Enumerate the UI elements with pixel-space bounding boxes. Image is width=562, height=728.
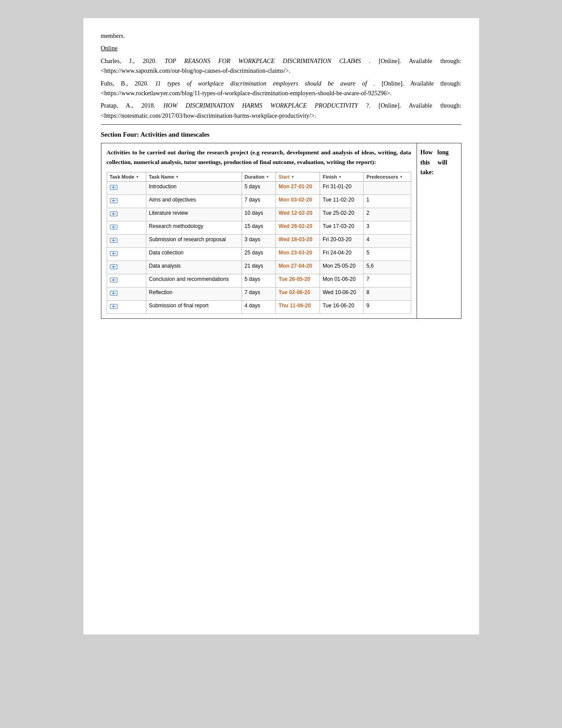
task-predecessors-cell: 2 xyxy=(364,208,411,221)
online-label: Online xyxy=(101,44,462,53)
task-mode-cell xyxy=(107,274,146,287)
task-start-cell: Mon 03-02-20 xyxy=(276,195,320,208)
task-mode-icon xyxy=(110,236,118,244)
task-mode-icon xyxy=(110,302,118,310)
section-four-desc: Activities to be carried out during the … xyxy=(107,148,411,167)
page: members. Online Charles, J., 2020. TOP R… xyxy=(83,18,480,635)
task-start-cell: Tue 26-05-20 xyxy=(276,274,320,287)
task-name-cell: Conclusion and recommendations xyxy=(146,274,242,287)
online-underline: Online xyxy=(101,45,118,52)
task-predecessors-cell: 1 xyxy=(364,195,411,208)
task-mode-cell xyxy=(107,235,146,248)
ref1-title: TOP REASONS FOR WORKPLACE DISCRIMINATION… xyxy=(165,58,361,64)
task-mode-cell xyxy=(107,287,146,301)
task-finish-cell: Mon 01-06-20 xyxy=(320,274,363,287)
task-mode-icon xyxy=(110,289,118,297)
table-row: Submission of final report4 daysThu 11-0… xyxy=(107,301,411,314)
task-duration-cell: 7 days xyxy=(242,287,275,301)
table-row: Submission of research proposal3 daysWed… xyxy=(107,235,411,248)
task-finish-cell: Fri 31-01-20 xyxy=(320,182,363,195)
task-name-cell: Submission of research proposal xyxy=(146,235,242,248)
section-four-heading: Section Four: Activities and timescales xyxy=(101,131,462,138)
task-duration-cell: 3 days xyxy=(242,235,275,248)
task-predecessors-cell: 9 xyxy=(364,301,411,314)
table-row: Aims and objectives7 daysMon 03-02-20Tue… xyxy=(107,195,411,208)
table-header-row: Task Mode ▼ Task Name ▼ xyxy=(107,172,411,182)
task-predecessors-cell: 5 xyxy=(364,248,411,261)
ref2-author: Fuhs, B., 2020. xyxy=(101,80,149,87)
task-predecessors-cell xyxy=(364,182,411,195)
section-four-left: Activities to be carried out during the … xyxy=(101,143,417,318)
task-start-cell: Wed 18-03-20 xyxy=(276,235,320,248)
task-predecessors-cell: 8 xyxy=(364,287,411,301)
task-name-cell: Aims and objectives xyxy=(146,195,242,208)
task-mode-icon xyxy=(110,250,118,258)
section-divider xyxy=(101,124,462,125)
ref3-block: Pratap, A., 2018. HOW DISCRIMINATION HAR… xyxy=(101,101,462,121)
table-row: Conclusion and recommendations5 daysTue … xyxy=(107,274,411,287)
table-row: Reflection7 daysTue 02-06-20Wed 10-06-20… xyxy=(107,287,411,301)
task-mode-cell xyxy=(107,182,146,195)
duration-sort-icon[interactable]: ▼ xyxy=(266,175,269,179)
th-duration: Duration ▼ xyxy=(242,172,275,182)
table-row: Data analysis21 daysMon 27-04-20Mon 25-0… xyxy=(107,261,411,274)
finish-sort-icon[interactable]: ▼ xyxy=(338,175,342,179)
task-name-cell: Data analysis xyxy=(146,261,242,274)
task-predecessors-cell: 5,6 xyxy=(364,261,411,274)
task-mode-icon xyxy=(110,276,118,284)
ref1-author: Charles, J., 2020. xyxy=(101,58,157,64)
table-row: Data collection25 daysMon 23-03-20Fri 24… xyxy=(107,248,411,261)
th-task-mode: Task Mode ▼ xyxy=(107,172,146,182)
ref3-author: Pratap, A., 2018. xyxy=(101,102,156,109)
start-sort-icon[interactable]: ▼ xyxy=(291,175,294,179)
task-name-cell: Data collection xyxy=(146,248,242,261)
ref2-title: 11 types of workplace discrimination emp… xyxy=(155,80,367,87)
table-row: Introduction5 daysMon 27-01-20Fri 31-01-… xyxy=(107,182,411,195)
th-start: Start ▼ xyxy=(276,172,320,182)
ref3-title: HOW DISCRIMINATION HARMS WORKPLACE PRODU… xyxy=(164,102,358,109)
table-row: Research methodology15 daysWed 26-02-20T… xyxy=(107,221,411,235)
predecessors-sort-icon[interactable]: ▼ xyxy=(399,175,403,179)
task-mode-cell xyxy=(107,248,146,261)
task-name-cell: Literature review xyxy=(146,208,242,221)
task-finish-cell: Tue 25-02-20 xyxy=(320,208,363,221)
task-duration-cell: 25 days xyxy=(242,248,275,261)
task-duration-cell: 4 days xyxy=(242,301,275,314)
task-mode-icon xyxy=(110,263,118,271)
task-finish-cell: Mon 25-05-20 xyxy=(320,261,363,274)
th-task-name: Task Name ▼ xyxy=(146,172,242,182)
task-predecessors-cell: 3 xyxy=(364,221,411,235)
task-finish-cell: Tue 17-03-20 xyxy=(320,221,363,235)
how-long-text: How longthis willtake: xyxy=(421,149,449,175)
task-duration-cell: 10 days xyxy=(242,208,275,221)
task-name-cell: Research methodology xyxy=(146,221,242,235)
task-mode-cell xyxy=(107,195,146,208)
task-mode-cell xyxy=(107,301,146,314)
task-mode-icon xyxy=(110,223,118,231)
th-predecessors: Predecessors ▼ xyxy=(364,172,411,182)
task-predecessors-cell: 7 xyxy=(364,274,411,287)
task-name-cell: Introduction xyxy=(146,182,242,195)
task-mode-cell xyxy=(107,208,146,221)
task-duration-cell: 7 days xyxy=(242,195,275,208)
task-mode-icon xyxy=(110,210,118,218)
task-mode-icon xyxy=(110,197,118,205)
task-duration-cell: 5 days xyxy=(242,274,275,287)
ref1-block: Charles, J., 2020. TOP REASONS FOR WORKP… xyxy=(101,56,462,76)
task-name-sort-icon[interactable]: ▼ xyxy=(175,175,179,179)
task-mode-icon xyxy=(110,183,118,191)
table-row: Literature review10 daysWed 12-02-20Tue … xyxy=(107,208,411,221)
section-four-right: How longthis willtake: xyxy=(417,143,461,318)
task-finish-cell: Tue 11-02-20 xyxy=(320,195,363,208)
ref2-block: Fuhs, B., 2020. 11 types of workplace di… xyxy=(101,79,462,99)
members-text: members. xyxy=(101,31,462,41)
task-predecessors-cell: 4 xyxy=(364,235,411,248)
task-mode-cell xyxy=(107,261,146,274)
section-four-container: Activities to be carried out during the … xyxy=(101,143,462,319)
task-finish-cell: Fri 24-04-20 xyxy=(320,248,363,261)
task-start-cell: Tue 02-06-20 xyxy=(276,287,320,301)
task-finish-cell: Fri 20-03-20 xyxy=(320,235,363,248)
task-mode-cell xyxy=(107,221,146,235)
task-mode-sort-icon[interactable]: ▼ xyxy=(136,175,139,179)
task-name-cell: Reflection xyxy=(146,287,242,301)
